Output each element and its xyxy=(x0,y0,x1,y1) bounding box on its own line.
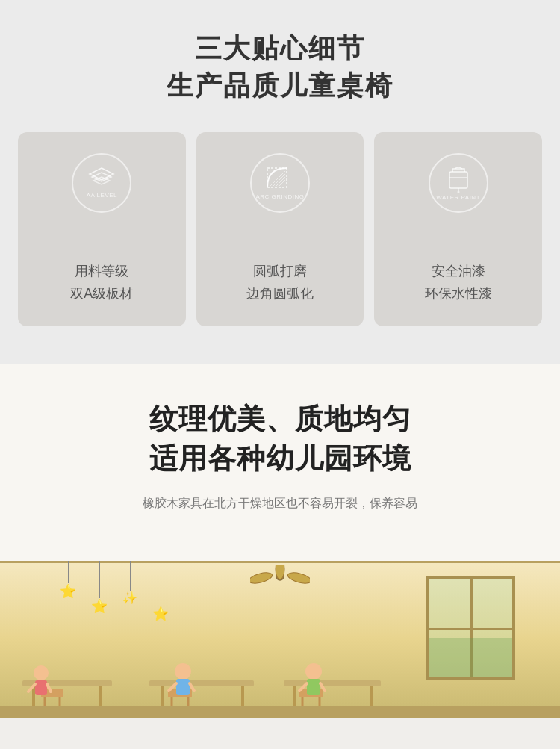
aa-level-icon-circle: AA LEVEL xyxy=(72,153,131,213)
svg-point-11 xyxy=(457,191,459,193)
features-title-line1: 三大贴心细节 xyxy=(195,33,365,63)
hanging-decorations: ⭐ ⭐ ✨ ⭐ xyxy=(60,561,169,622)
arc-grinding-text: 圆弧打磨 边角圆弧化 xyxy=(246,239,314,305)
arc-grinding-text-main: 圆弧打磨 边角圆弧化 xyxy=(246,260,314,305)
star-1: ⭐ xyxy=(60,583,76,600)
aa-level-icon xyxy=(87,167,116,190)
classroom-scene: ⭐ ⭐ ✨ ⭐ xyxy=(0,561,560,718)
string-4 xyxy=(161,561,161,606)
fan-icon xyxy=(250,565,310,594)
svg-rect-26 xyxy=(35,680,47,695)
svg-rect-8 xyxy=(449,172,467,188)
aa-level-label: AA LEVEL xyxy=(87,192,117,199)
feature-card-water-paint: WATER PAINT 安全油漆 环保水性漆 xyxy=(374,132,542,326)
grain-section: 纹理优美、质地均匀 适用各种幼儿园环境 橡胶木家具在北方干燥地区也不容易开裂，保… xyxy=(0,364,560,561)
furniture-area xyxy=(0,650,560,718)
svg-marker-2 xyxy=(93,177,110,184)
hanging-item-1: ⭐ xyxy=(60,561,76,622)
svg-point-25 xyxy=(34,665,49,680)
water-paint-text-main: 安全油漆 环保水性漆 xyxy=(425,260,492,305)
svg-point-15 xyxy=(287,571,310,585)
grain-title-line2: 适用各种幼儿园环境 xyxy=(149,443,411,474)
grain-subtitle: 橡胶木家具在北方干燥地区也不容易开裂，保养容易 xyxy=(18,494,542,513)
string-3 xyxy=(130,561,131,591)
star-3: ✨ xyxy=(122,591,137,605)
aa-level-text: 用料等级 双A级板材 xyxy=(70,239,133,305)
svg-rect-40 xyxy=(284,680,381,686)
string-2 xyxy=(99,561,100,598)
svg-line-7 xyxy=(279,180,285,186)
svg-point-16 xyxy=(276,565,284,579)
svg-rect-17 xyxy=(0,706,560,718)
hanging-item-2: ⭐ xyxy=(91,561,108,622)
water-paint-icon-circle: WATER PAINT xyxy=(429,153,488,213)
water-paint-label: WATER PAINT xyxy=(436,194,480,201)
star-4: ⭐ xyxy=(152,606,169,622)
furniture-svg xyxy=(0,650,560,718)
features-title-line2: 生产品质儿童桌椅 xyxy=(167,70,393,101)
water-paint-text: 安全油漆 环保水性漆 xyxy=(425,239,492,305)
grain-title-line1: 纹理优美、质地均匀 xyxy=(149,403,411,435)
svg-rect-37 xyxy=(176,679,190,695)
feature-card-aa-level: AA LEVEL 用料等级 双A级板材 xyxy=(18,132,186,326)
arc-grinding-icon-circle: ARC GRINDING xyxy=(250,153,310,213)
svg-rect-29 xyxy=(149,680,254,686)
classroom-image-section: ⭐ ⭐ ✨ ⭐ xyxy=(0,561,560,718)
star-2: ⭐ xyxy=(91,598,108,615)
water-paint-icon xyxy=(445,164,472,193)
features-section: 三大贴心细节 生产品质儿童桌椅 AA LEVEL 用料等级 xyxy=(0,0,560,364)
svg-point-14 xyxy=(250,571,273,585)
feature-cards-row: AA LEVEL 用料等级 双A级板材 xyxy=(18,132,542,326)
svg-rect-48 xyxy=(307,679,320,695)
arc-grinding-icon xyxy=(264,165,296,192)
svg-line-5 xyxy=(273,174,285,186)
grain-title: 纹理优美、质地均匀 适用各种幼儿园环境 xyxy=(18,400,542,479)
hanging-item-4: ⭐ xyxy=(152,561,169,622)
feature-card-arc-grinding: ARC GRINDING 圆弧打磨 边角圆弧化 xyxy=(196,132,364,326)
svg-point-36 xyxy=(175,663,191,680)
svg-point-47 xyxy=(305,663,322,680)
hanging-item-3: ✨ xyxy=(122,561,137,622)
features-title: 三大贴心细节 生产品质儿童桌椅 xyxy=(18,30,542,105)
string-1 xyxy=(68,561,69,583)
aa-level-text-main: 用料等级 双A级板材 xyxy=(70,260,133,305)
ceiling-fan xyxy=(250,565,310,597)
arc-grinding-label: ARC GRINDING xyxy=(255,193,304,200)
svg-rect-3 xyxy=(267,168,287,187)
